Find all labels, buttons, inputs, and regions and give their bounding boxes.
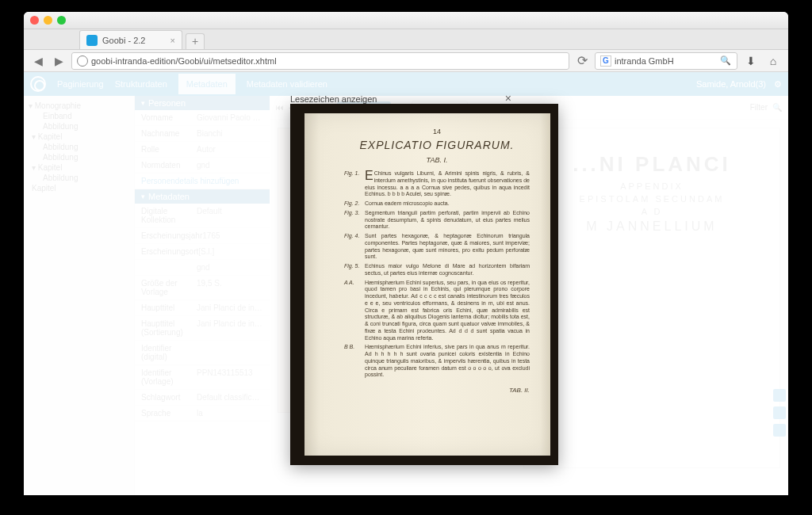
search-icon: 🔍	[719, 55, 732, 66]
figure-key: Fig. 5.	[344, 263, 365, 277]
reload-button[interactable]: ⟳	[574, 53, 590, 68]
browser-window: Goobi - 2.2 × + ◀ ▶ goobi-intranda-editi…	[24, 12, 788, 495]
modal-title-label: Lesezeichen anzeigen	[290, 94, 377, 104]
scanned-page[interactable]: 14 EXPLICATIO FIGURARUM. TAB. I. Fig. 1.…	[304, 113, 550, 456]
figure-entry: Fig. 3.Segmentum trianguli partim perfor…	[344, 210, 530, 231]
figure-key: Fig. 2.	[344, 200, 365, 208]
figure-text: Cornua eadem microscopio aucta.	[365, 200, 530, 208]
figure-text: Hæmisphærium Echini inferius, sive pars …	[365, 344, 530, 379]
figure-key: Fig. 4.	[344, 233, 365, 261]
figure-entry: Fig. 2.Cornua eadem microscopio aucta.	[344, 200, 530, 208]
search-text: intranda GmbH	[615, 56, 674, 66]
close-window-button[interactable]	[30, 16, 39, 25]
figure-text: Hæmisphærium Echini superius, seu pars, …	[365, 280, 530, 342]
tab-close-icon[interactable]: ×	[170, 36, 175, 45]
search-box[interactable]: G intranda GmbH 🔍	[595, 52, 737, 70]
figure-key: Fig. 1.	[344, 170, 365, 198]
page-heading: EXPLICATIO FIGURARUM.	[344, 139, 530, 151]
figure-entry: Fig. 5.Echinus maior vulgo Melone di Mar…	[344, 263, 530, 277]
back-button[interactable]: ◀	[30, 53, 46, 69]
new-tab-button[interactable]: +	[186, 33, 205, 49]
zoom-window-button[interactable]	[57, 16, 66, 25]
figure-entry: A A.Hæmisphærium Echini superius, seu pa…	[344, 280, 530, 342]
home-button[interactable]: ⌂	[764, 55, 782, 67]
browser-tab-row: Goobi - 2.2 × +	[24, 29, 788, 50]
figure-key: B B.	[344, 344, 365, 379]
figure-text: Echinus maior vulgo Melone di Mare ad ho…	[365, 263, 530, 277]
figure-text: EChinus vulgaris Liburni, & Arimini spin…	[365, 170, 530, 198]
figure-key: A A.	[344, 280, 365, 342]
url-text: goobi-intranda-edition/Goobi/ui/metsedit…	[91, 56, 277, 66]
figure-key: Fig. 3.	[344, 210, 365, 231]
minimize-window-button[interactable]	[44, 16, 52, 25]
figure-entry: Fig. 4.Sunt partes hexagonæ, & heptagonæ…	[344, 233, 530, 261]
forward-button[interactable]: ▶	[51, 53, 67, 69]
modal-close-icon[interactable]: ×	[505, 94, 511, 103]
bookmark-modal: 14 EXPLICATIO FIGURARUM. TAB. I. Fig. 1.…	[290, 104, 558, 465]
browser-toolbar: ◀ ▶ goobi-intranda-edition/Goobi/ui/mets…	[24, 50, 788, 72]
tab-favicon	[86, 35, 98, 46]
downloads-button[interactable]: ⬇	[742, 55, 760, 67]
figure-entry: Fig. 1.EChinus vulgaris Liburni, & Arimi…	[344, 170, 530, 198]
window-titlebar	[24, 12, 788, 29]
google-icon: G	[600, 55, 611, 67]
site-icon	[77, 55, 88, 67]
figure-text: Sunt partes hexagonæ, & heptagonæ Echino…	[365, 233, 530, 261]
figure-text: Segmentum trianguli partim perforati, pa…	[365, 210, 530, 231]
page-folio-number: 14	[344, 128, 530, 135]
page-footer: TAB. II.	[344, 387, 530, 394]
figure-entry: B B.Hæmisphærium Echini inferius, sive p…	[344, 344, 530, 379]
page-tab-header: TAB. I.	[344, 156, 530, 164]
browser-tab[interactable]: Goobi - 2.2 ×	[79, 30, 182, 49]
url-input[interactable]: goobi-intranda-edition/Goobi/ui/metsedit…	[71, 52, 569, 70]
tab-title: Goobi - 2.2	[102, 36, 145, 45]
